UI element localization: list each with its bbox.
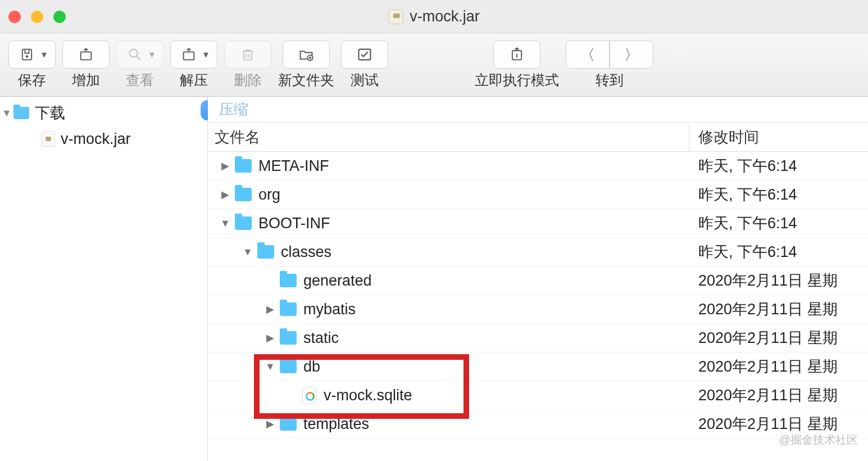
sidebar-item-label: v-mock.jar [61, 130, 131, 148]
folder-icon [235, 159, 252, 173]
triangle-down-icon[interactable]: ▼ [242, 246, 254, 258]
nav-back-button[interactable]: 〈 [566, 40, 610, 69]
row-name: v-mock.sqlite [324, 387, 412, 404]
delete-button[interactable] [224, 40, 271, 69]
folder-row[interactable]: ▼db2020年2月11日 星期 [208, 352, 868, 381]
triangle-down-icon: ▼ [0, 107, 13, 119]
folder-row[interactable]: ▶templates2020年2月11日 星期 [208, 410, 868, 439]
chevron-down-icon: ▾ [203, 48, 208, 61]
folder-row[interactable]: ▼classes昨天, 下午6:14 [208, 238, 868, 266]
titlebar: v-mock.jar [0, 0, 868, 34]
row-name: BOOT-INF [258, 215, 330, 232]
maximize-window-button[interactable] [53, 11, 66, 23]
goto-label: 转到 [596, 71, 624, 89]
jar-icon [388, 10, 403, 24]
row-mtime: 2020年2月11日 星期 [689, 270, 868, 291]
sidebar-item-vmock-jar[interactable]: v-mock.jar [0, 126, 207, 152]
run-archive-icon [508, 46, 526, 64]
folder-plus-icon [297, 46, 315, 64]
folder-icon [280, 274, 297, 287]
close-window-button[interactable] [8, 11, 21, 23]
file-list: ▶META-INF昨天, 下午6:14▶org昨天, 下午6:14▼BOOT-I… [208, 152, 868, 461]
folder-row[interactable]: ▶org昨天, 下午6:14 [208, 180, 868, 209]
folder-icon [235, 216, 252, 230]
folder-row[interactable]: ▼BOOT-INF昨天, 下午6:14 [208, 209, 868, 238]
svg-rect-5 [244, 51, 252, 60]
row-name: org [258, 186, 280, 204]
view-label: 查看 [126, 71, 154, 89]
minimize-window-button[interactable] [31, 11, 43, 23]
folder-icon [280, 417, 297, 431]
trash-icon [239, 46, 257, 64]
chevron-down-icon: ▾ [149, 48, 154, 61]
row-mtime: 2020年2月11日 星期 [689, 299, 868, 319]
row-name: META-INF [258, 157, 329, 175]
header-mtime[interactable]: 修改时间 [689, 123, 868, 151]
extract-icon [180, 46, 198, 64]
toolbar: ▾ 保存 增加 ▾ 查看 ▾ 解压 [0, 34, 868, 97]
triangle-down-icon[interactable]: ▼ [219, 218, 231, 229]
header-filename[interactable]: 文件名 [208, 123, 689, 151]
status-bar: 压缩 [208, 97, 868, 123]
triangle-right-icon[interactable]: ▶ [264, 303, 276, 315]
svg-point-1 [26, 56, 28, 57]
row-mtime: 2020年2月11日 星期 [689, 356, 868, 377]
view-button[interactable]: ▾ [116, 40, 163, 69]
main-panel: 压缩 文件名 修改时间 ▶META-INF昨天, 下午6:14▶org昨天, 下… [208, 97, 868, 461]
row-mtime: 昨天, 下午6:14 [689, 213, 868, 233]
extract-button[interactable]: ▾ [170, 40, 217, 69]
triangle-right-icon[interactable]: ▶ [219, 160, 231, 172]
svg-rect-4 [183, 52, 194, 60]
window-title-wrap: v-mock.jar [388, 8, 480, 25]
window-title: v-mock.jar [410, 8, 480, 25]
folder-icon [13, 107, 29, 119]
sidebar: ▼ 下载 v-mock.jar [0, 97, 208, 461]
sidebar-item-downloads[interactable]: ▼ 下载 [0, 100, 207, 126]
traffic-lights [0, 11, 66, 23]
test-button[interactable] [341, 40, 388, 69]
row-mtime: 2020年2月11日 星期 [689, 328, 868, 348]
run-mode-label: 立即执行模式 [475, 71, 559, 89]
save-label: 保存 [18, 71, 46, 89]
sqlite-file-icon [302, 387, 317, 404]
folder-icon [280, 331, 297, 345]
add-button[interactable] [62, 40, 110, 69]
folder-icon [280, 302, 297, 316]
row-name: classes [281, 243, 331, 261]
row-mtime: 昨天, 下午6:14 [689, 242, 868, 262]
svg-rect-2 [81, 52, 92, 60]
folder-icon [235, 188, 252, 201]
folder-row[interactable]: ▶static2020年2月11日 星期 [208, 324, 868, 352]
extract-label: 解压 [180, 71, 208, 89]
chevron-down-icon: ▾ [42, 48, 47, 61]
file-row[interactable]: ▶v-mock.sqlite2020年2月11日 星期 [208, 381, 868, 410]
chevron-left-icon: 〈 [580, 45, 595, 65]
row-mtime: 昨天, 下午6:14 [689, 156, 868, 176]
new-folder-button[interactable] [283, 40, 330, 69]
triangle-down-icon[interactable]: ▼ [264, 361, 276, 373]
sidebar-item-label: 下载 [35, 103, 65, 123]
folder-row[interactable]: ▶generated2020年2月11日 星期 [208, 266, 868, 295]
nav-forward-button[interactable]: 〉 [610, 40, 653, 69]
row-mtime: 昨天, 下午6:14 [689, 184, 868, 205]
archive-icon [18, 46, 36, 64]
magnifier-icon [126, 46, 144, 64]
svg-rect-0 [22, 49, 31, 60]
column-headers: 文件名 修改时间 [208, 123, 868, 152]
watermark: @掘金技术社区 [779, 432, 858, 448]
triangle-right-icon[interactable]: ▶ [219, 188, 231, 201]
folder-icon [280, 360, 297, 373]
row-name: templates [303, 415, 369, 433]
test-label: 测试 [351, 71, 379, 89]
row-name: generated [303, 272, 372, 290]
folder-row[interactable]: ▶mybatis2020年2月11日 星期 [208, 295, 868, 324]
folder-row[interactable]: ▶META-INF昨天, 下午6:14 [208, 152, 868, 180]
triangle-right-icon[interactable]: ▶ [264, 418, 276, 430]
row-mtime: 2020年2月11日 星期 [689, 414, 868, 434]
row-name: static [303, 329, 339, 347]
triangle-right-icon[interactable]: ▶ [264, 332, 276, 344]
run-mode-button[interactable] [493, 40, 540, 69]
folder-icon [257, 245, 274, 259]
delete-label: 删除 [234, 71, 262, 89]
save-button[interactable]: ▾ [8, 40, 56, 69]
